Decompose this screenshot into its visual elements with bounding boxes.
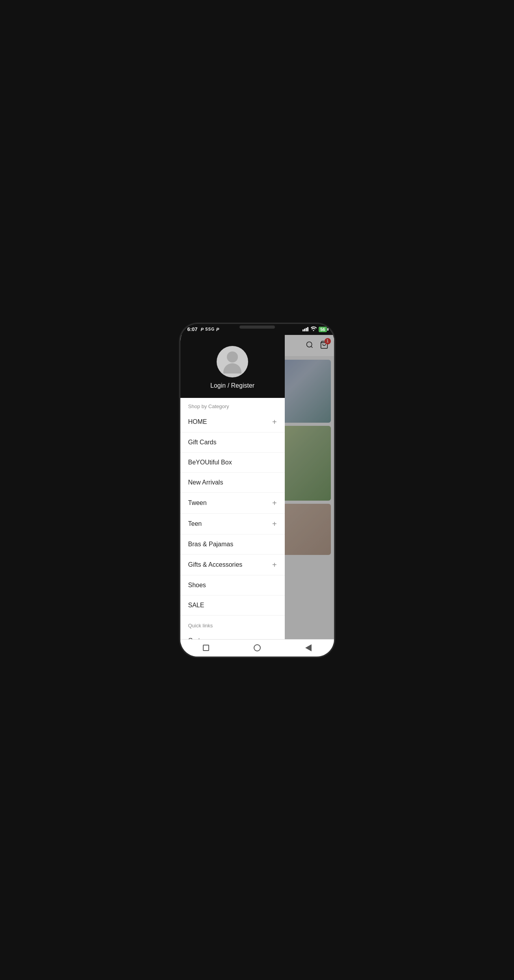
menu-item-shoes[interactable]: Shoes xyxy=(180,575,285,595)
menu-item-bras-pajamas[interactable]: Bras & Pajamas xyxy=(180,534,285,555)
status-right: 56 xyxy=(302,326,327,332)
plus-icon: + xyxy=(272,561,277,569)
avatar-placeholder-icon xyxy=(217,346,248,377)
person-body-icon xyxy=(223,363,241,374)
back-button[interactable] xyxy=(301,641,315,655)
recent-apps-icon xyxy=(203,645,209,651)
recent-apps-button[interactable] xyxy=(199,641,213,655)
carrier1: P xyxy=(201,327,204,332)
plus-icon: + xyxy=(272,499,277,507)
wifi-icon xyxy=(310,326,317,332)
back-icon xyxy=(305,644,312,651)
menu-item-beyoutiful-box-label: BeYOUtiful Box xyxy=(188,459,232,466)
status-left: 6:07 P SSG P xyxy=(187,326,219,332)
menu-item-tween-label: Tween xyxy=(188,499,207,507)
person-head-icon xyxy=(227,351,238,362)
drawer-body: Shop by Category HOME + Gift Cards BeYOU… xyxy=(180,398,285,656)
quick-links-label: Quick links xyxy=(180,617,285,631)
menu-item-home[interactable]: HOME + xyxy=(180,412,285,433)
menu-item-gifts-accessories[interactable]: Gifts & Accessories + xyxy=(180,555,285,575)
notch xyxy=(239,325,275,329)
carrier3: P xyxy=(216,327,219,332)
battery-indicator: 56 xyxy=(319,327,327,332)
menu-item-gift-cards[interactable]: Gift Cards xyxy=(180,433,285,453)
menu-item-home-label: HOME xyxy=(188,418,207,425)
menu-item-new-arrivals-label: New Arrivals xyxy=(188,479,223,486)
menu-item-bras-pajamas-label: Bras & Pajamas xyxy=(188,541,234,548)
avatar[interactable] xyxy=(217,346,248,377)
menu-item-teen-label: Teen xyxy=(188,520,202,527)
menu-item-shoes-label: Shoes xyxy=(188,582,206,589)
plus-icon: + xyxy=(272,418,277,426)
drawer-overlay[interactable]: Login / Register Shop by Category HOME +… xyxy=(180,335,334,656)
menu-item-beyoutiful-box[interactable]: BeYOUtiful Box xyxy=(180,453,285,473)
screen: 1 Button Down Tank xyxy=(180,335,334,656)
status-bar: 6:07 P SSG P 56 xyxy=(180,324,334,335)
navigation-drawer: Login / Register Shop by Category HOME +… xyxy=(180,335,285,656)
menu-item-sale[interactable]: SALE xyxy=(180,595,285,616)
login-register-button[interactable]: Login / Register xyxy=(210,382,254,389)
signal-icon xyxy=(302,327,308,331)
menu-item-tween[interactable]: Tween + xyxy=(180,493,285,514)
time: 6:07 xyxy=(187,326,198,332)
shop-by-category-label: Shop by Category xyxy=(180,398,285,412)
menu-item-sale-label: SALE xyxy=(188,602,204,609)
menu-item-new-arrivals[interactable]: New Arrivals xyxy=(180,473,285,493)
drawer-header: Login / Register xyxy=(180,335,285,398)
menu-item-gifts-accessories-label: Gifts & Accessories xyxy=(188,561,243,568)
home-icon xyxy=(254,644,261,651)
bottom-nav-bar xyxy=(180,639,334,656)
battery-level: 56 xyxy=(320,327,325,332)
carrier2: SSG xyxy=(205,327,215,331)
home-button[interactable] xyxy=(250,641,264,655)
menu-item-teen[interactable]: Teen + xyxy=(180,514,285,534)
plus-icon: + xyxy=(272,520,277,528)
menu-item-gift-cards-label: Gift Cards xyxy=(188,439,217,446)
